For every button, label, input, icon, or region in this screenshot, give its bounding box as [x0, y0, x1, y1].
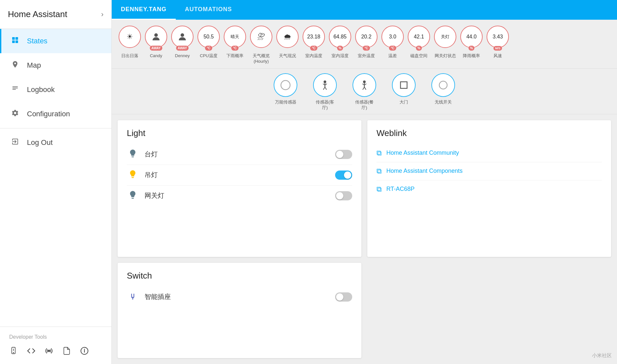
weblink-rt-ac68p[interactable]: RT-AC68P: [386, 186, 415, 193]
map-icon: [11, 60, 20, 70]
sensor-circle: 20.2 °C: [355, 26, 377, 48]
device-row-desk-light: 台灯: [127, 144, 352, 165]
sidebar-logout-label: Log Out: [27, 138, 53, 147]
broadcast-icon[interactable]: [45, 347, 53, 357]
gateway-light-toggle[interactable]: [335, 191, 352, 200]
weblink-row-components: ⧉ Home Assistant Components: [377, 162, 602, 180]
light-card: Light 台灯 吊灯: [118, 120, 361, 257]
code-icon[interactable]: [27, 347, 35, 357]
ceiling-light-name: 吊灯: [145, 171, 335, 179]
weblink-row-community: ⧉ Home Assistant Community: [377, 144, 602, 162]
desk-light-toggle[interactable]: [335, 150, 352, 159]
sensor-label: Candy: [150, 53, 162, 59]
sensor-label: 室内温度: [305, 53, 322, 59]
sensor-label: 室内湿度: [331, 53, 349, 59]
sidebar-divider-2: [0, 327, 111, 327]
sensor-label: 温差: [388, 53, 397, 59]
svg-point-16: [154, 33, 158, 37]
sensor-circle: 50.5 °C: [197, 26, 220, 48]
sensor-label: 室外温度: [358, 53, 375, 59]
sidebar-item-map[interactable]: Map: [0, 53, 111, 78]
cards-area: Light 台灯 吊灯: [112, 114, 617, 364]
smart-socket-icon: [127, 291, 139, 303]
sidebar-configuration-label: Configuration: [27, 110, 70, 118]
sidebar-item-logout[interactable]: Log Out: [0, 130, 111, 155]
remote-icon[interactable]: [9, 347, 18, 357]
svg-point-32: [439, 81, 447, 89]
presence-circle: [274, 73, 297, 97]
ceiling-light-icon: [127, 170, 139, 181]
sensor-label: Denney: [175, 53, 190, 59]
sensor-rain-prob[interactable]: 44.0 % 降雨概率: [460, 26, 483, 59]
sensor-rain-chance[interactable]: 晴天 °C 下雨概率: [223, 26, 246, 59]
sensor-label: 风速: [493, 53, 502, 59]
sensor-circle: 23.18 °C: [303, 26, 325, 48]
sensor-label: 网关灯状态: [435, 53, 456, 59]
svg-point-12: [48, 350, 50, 352]
sensor-wind-speed[interactable]: 3.43 M/S 风速: [486, 26, 509, 59]
gear-icon: [11, 109, 20, 119]
svg-point-5: [14, 63, 16, 64]
device-row-ceiling-light: 吊灯: [127, 165, 352, 186]
presence-circle: [392, 73, 416, 97]
sensor-indoor-temp[interactable]: 23.18 °C 室内温度: [302, 26, 325, 59]
svg-rect-31: [400, 82, 407, 88]
sensor-weather-now[interactable]: 🌧 天气现况: [276, 26, 299, 59]
sidebar-item-logbook[interactable]: Logbook: [0, 78, 111, 102]
empty-card: [367, 263, 611, 358]
sidebar: Home Assistant › States Map: [0, 0, 112, 364]
sidebar-item-states[interactable]: States: [0, 29, 111, 53]
sensor-weather-hourly[interactable]: ⛈ 天气概览(Hourly): [250, 26, 273, 64]
logout-icon: [11, 138, 20, 148]
presence-label: 传感器(餐厅): [355, 100, 374, 111]
sensor-candy[interactable]: AWAY Candy: [145, 26, 168, 59]
sensor-indoor-humidity[interactable]: 64.85 % 室内湿度: [329, 26, 352, 59]
svg-line-24: [325, 87, 327, 90]
tab-automations[interactable]: AUTOMATIONS: [176, 0, 241, 20]
tab-denney[interactable]: DENNEY.TANG: [112, 0, 176, 20]
switch-card: Switch 智能插座: [118, 263, 361, 358]
sensor-label: CPU温度: [200, 53, 217, 59]
presence-circle: [313, 73, 337, 97]
presence-main-door[interactable]: 大门: [391, 73, 417, 111]
weblink-card: Weblink ⧉ Home Assistant Community ⧉ Hom…: [367, 120, 611, 257]
presence-sensor-dining[interactable]: 传感器(餐厅): [351, 73, 377, 111]
grid-icon: [11, 36, 20, 46]
file-icon[interactable]: [62, 347, 71, 357]
sensor-circle: 3.43 M/S: [487, 26, 509, 48]
svg-point-34: [132, 299, 133, 300]
presence-label: 无线开关: [435, 100, 452, 105]
sensor-outdoor-temp[interactable]: 20.2 °C 室外温度: [355, 26, 378, 59]
sensor-sunrise-sunset[interactable]: ☀ 日出日落: [118, 26, 141, 59]
smart-socket-name: 智能插座: [145, 292, 335, 301]
sensor-circle: 3.0 °C: [381, 26, 404, 48]
sensor-circle: 44.0 %: [460, 26, 483, 48]
sidebar-item-configuration[interactable]: Configuration: [0, 102, 111, 126]
info-icon[interactable]: [80, 347, 89, 357]
presence-universal-sensor[interactable]: 万能传感器: [272, 73, 299, 111]
sidebar-collapse-button[interactable]: ›: [101, 10, 103, 19]
sensor-label: 下雨概率: [226, 53, 243, 59]
sensor-disk-space[interactable]: 42.1 % 磁盘空间: [407, 26, 430, 59]
external-link-icon: ⧉: [377, 149, 382, 157]
sensor-cpu-temp[interactable]: 50.5 °C CPU温度: [197, 26, 220, 59]
sensor-circle: ☀: [119, 26, 141, 48]
gateway-light-icon: [127, 190, 139, 201]
presence-sensor-living[interactable]: 传感器(客厅): [312, 73, 338, 111]
sensor-label: 磁盘空间: [410, 53, 427, 59]
smart-socket-toggle[interactable]: [335, 292, 352, 302]
ceiling-light-toggle[interactable]: [335, 171, 352, 180]
weblink-ha-community[interactable]: Home Assistant Community: [386, 149, 459, 156]
svg-rect-2: [12, 40, 15, 43]
svg-rect-0: [12, 37, 15, 40]
sensor-circle: 64.85 %: [329, 26, 351, 48]
sensor-denney[interactable]: AWAY Denney: [171, 26, 194, 59]
weblink-ha-components[interactable]: Home Assistant Components: [386, 168, 463, 174]
presence-wireless-switch[interactable]: 无线开关: [430, 73, 456, 111]
desk-light-icon: [127, 149, 139, 160]
sensor-gateway-light[interactable]: 关灯 网关灯状态: [434, 26, 457, 59]
sensor-label: 天气现况: [279, 53, 296, 59]
weblink-row-rt-ac68p: ⧉ RT-AC68P: [377, 180, 602, 198]
light-card-title: Light: [127, 128, 352, 138]
sensor-temp-diff[interactable]: 3.0 °C 温差: [381, 26, 404, 59]
